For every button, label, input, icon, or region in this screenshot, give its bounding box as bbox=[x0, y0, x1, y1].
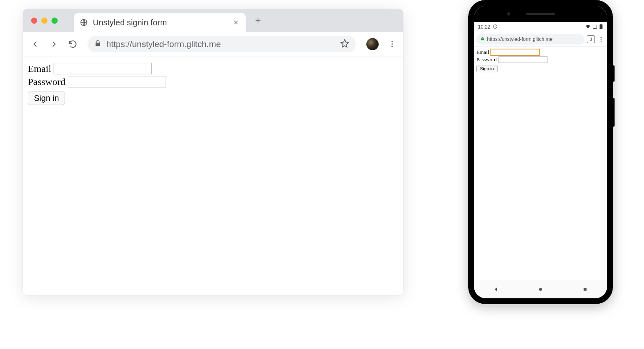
svg-point-2 bbox=[391, 43, 393, 45]
svg-point-9 bbox=[601, 40, 602, 42]
svg-rect-5 bbox=[600, 24, 603, 29]
new-tab-button[interactable] bbox=[251, 14, 265, 27]
email-field[interactable] bbox=[54, 63, 152, 74]
signal-icon bbox=[592, 24, 597, 30]
mobile-address-bar[interactable]: https://unstyled-form.glitch.me bbox=[476, 34, 584, 45]
mobile-url-text: https://unstyled-form.glitch.me bbox=[487, 36, 552, 42]
speaker-grille bbox=[526, 13, 555, 15]
phone-device-frame: 10:22 ht bbox=[468, 0, 613, 304]
tab-title: Unstyled signin form bbox=[93, 18, 227, 27]
back-button[interactable] bbox=[28, 37, 43, 51]
mobile-signin-button[interactable]: Sign in bbox=[476, 65, 498, 72]
address-bar[interactable]: https://unstyled-form.glitch.me bbox=[88, 36, 356, 52]
wifi-icon bbox=[585, 24, 591, 31]
tab-count-value: 3 bbox=[590, 37, 592, 42]
desktop-browser-window: Unstyled signin form https://unstyled-fo… bbox=[23, 9, 403, 295]
android-nav-bar bbox=[474, 280, 607, 298]
url-text: https://unstyled-form.glitch.me bbox=[106, 39, 335, 49]
tab-count-button[interactable]: 3 bbox=[587, 35, 595, 43]
svg-rect-11 bbox=[583, 288, 586, 291]
lock-icon bbox=[94, 40, 101, 49]
svg-point-1 bbox=[391, 41, 393, 42]
volume-button bbox=[613, 98, 615, 127]
mobile-email-field[interactable] bbox=[491, 49, 540, 56]
status-time: 10:22 bbox=[478, 24, 490, 30]
globe-icon bbox=[80, 18, 88, 27]
mobile-page-content: Email Password Sign in bbox=[474, 47, 607, 280]
reload-button[interactable] bbox=[65, 37, 80, 51]
browser-menu-button[interactable] bbox=[386, 38, 398, 50]
nav-recent-button[interactable] bbox=[581, 286, 589, 293]
nav-back-button[interactable] bbox=[492, 286, 500, 293]
svg-point-3 bbox=[391, 46, 393, 47]
svg-rect-6 bbox=[600, 24, 602, 25]
maximize-window-button[interactable] bbox=[52, 18, 58, 24]
minimize-window-button[interactable] bbox=[41, 18, 47, 24]
svg-point-8 bbox=[601, 38, 602, 40]
phone-notch bbox=[474, 6, 607, 22]
do-not-disturb-icon bbox=[493, 24, 498, 30]
battery-icon bbox=[599, 24, 603, 31]
nav-home-button[interactable] bbox=[537, 286, 544, 293]
svg-point-7 bbox=[601, 37, 602, 38]
browser-tab[interactable]: Unstyled signin form bbox=[74, 13, 246, 32]
email-label: Email bbox=[28, 63, 51, 74]
page-content: Email Password Sign in bbox=[23, 56, 403, 295]
forward-button[interactable] bbox=[47, 37, 61, 51]
window-controls bbox=[31, 18, 58, 24]
password-label: Password bbox=[28, 76, 65, 87]
camera-dot bbox=[507, 12, 510, 16]
close-window-button[interactable] bbox=[31, 18, 37, 24]
power-button bbox=[613, 65, 615, 82]
profile-avatar[interactable] bbox=[366, 38, 379, 50]
phone-screen: 10:22 ht bbox=[474, 6, 607, 298]
close-tab-icon[interactable] bbox=[232, 18, 240, 27]
password-field[interactable] bbox=[68, 76, 166, 87]
browser-toolbar: https://unstyled-form.glitch.me bbox=[23, 32, 403, 56]
mobile-email-label: Email bbox=[476, 49, 489, 56]
mobile-toolbar: https://unstyled-form.glitch.me 3 bbox=[474, 32, 607, 47]
star-icon[interactable] bbox=[340, 39, 349, 49]
svg-point-10 bbox=[539, 288, 542, 291]
mobile-menu-button[interactable] bbox=[597, 36, 605, 43]
tab-strip: Unstyled signin form bbox=[23, 9, 403, 32]
status-bar: 10:22 bbox=[474, 22, 607, 32]
lock-icon bbox=[480, 37, 485, 42]
mobile-password-field[interactable] bbox=[498, 56, 548, 63]
signin-button[interactable]: Sign in bbox=[28, 92, 65, 105]
mobile-password-label: Password bbox=[476, 56, 497, 63]
